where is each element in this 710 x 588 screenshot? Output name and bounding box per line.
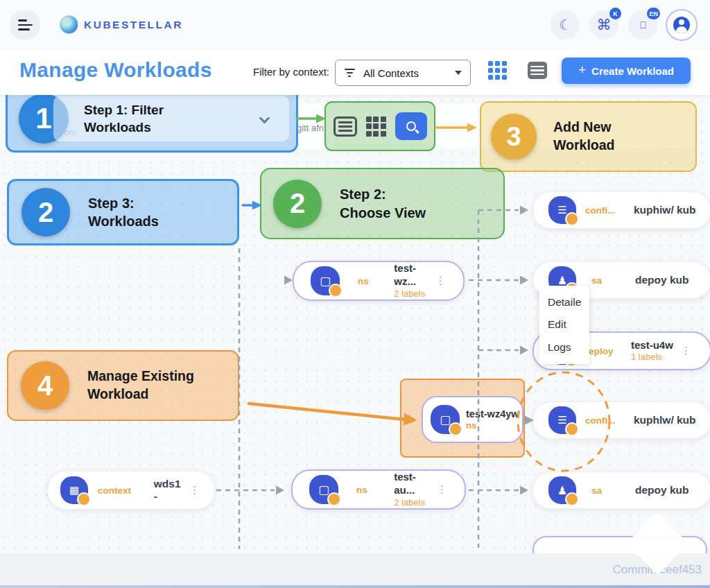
context-filter-dropdown[interactable]: All Contexts xyxy=(335,60,471,86)
card-kind-label: sa xyxy=(591,275,625,286)
card-value: depoy kub xyxy=(635,274,689,286)
hamburger-menu-icon[interactable] xyxy=(10,10,40,40)
command-palette-button[interactable]: K xyxy=(589,10,618,40)
view-toolbar-callout xyxy=(324,101,435,151)
user-account-button[interactable] xyxy=(666,9,698,41)
translate-icon xyxy=(639,19,646,31)
card-value: depoy kub xyxy=(635,484,689,496)
kebab-menu-icon[interactable] xyxy=(187,484,203,496)
workload-card-highlighted[interactable]: test-wz4yw ns xyxy=(422,396,523,443)
card-labels: 2 labels xyxy=(394,497,425,508)
app-window: KUBESTELLAR K EN Manage Workloads Filter… xyxy=(0,0,710,588)
card-value: wds1 - xyxy=(154,478,187,503)
moon-icon xyxy=(559,17,571,33)
namespace-icon xyxy=(311,266,340,295)
globe-icon xyxy=(60,15,78,34)
workload-card-namespace[interactable]: ns test-au... 2 labels xyxy=(291,469,466,510)
step-workloads-badge: 2 xyxy=(21,188,70,236)
search-button[interactable] xyxy=(395,112,427,140)
bottom-edge-strip xyxy=(0,585,710,588)
step4-label: Manage ExistingWorkload xyxy=(87,368,194,403)
step4-badge: 4 xyxy=(21,361,69,410)
step4-callout: 4 Manage ExistingWorkload xyxy=(7,350,239,421)
card-value: kuphlw/ kub xyxy=(634,414,696,426)
namespace-icon xyxy=(309,475,338,504)
card-kind-label: context xyxy=(98,485,139,496)
top-navigation-bar: KUBESTELLAR K EN xyxy=(0,0,710,50)
magnifier-icon xyxy=(406,121,416,131)
step-workloads-label: Step 3:Workloads xyxy=(88,194,159,231)
workload-card-namespace[interactable]: ns test-wz... 2 labels xyxy=(293,261,465,301)
card-labels: 2 labels xyxy=(394,288,425,300)
create-workload-label: Create Workload xyxy=(591,65,674,77)
card-context-menu: Detaile Edit Logs xyxy=(539,286,589,364)
serviceaccount-icon xyxy=(548,476,576,504)
card-name: test-au... xyxy=(394,471,434,497)
step-workloads-callout: 2 Step 3:Workloads xyxy=(7,179,239,245)
kubestellar-logo: KUBESTELLAR xyxy=(60,15,183,34)
step3-callout: 3 Add NewWorkload xyxy=(480,101,697,172)
filter-by-context-label: Filter by context: xyxy=(253,66,329,78)
user-avatar-icon xyxy=(673,17,690,33)
card-kind-label: confi... xyxy=(585,205,625,216)
workload-card-context[interactable]: context wds1 - xyxy=(47,471,215,510)
card-kind-label: sa xyxy=(591,485,625,496)
grid-view-icon[interactable] xyxy=(366,116,386,137)
card-labels: 1 labels xyxy=(631,352,662,363)
menu-item-edit[interactable]: Edit xyxy=(548,318,589,331)
menu-item-logs[interactable]: Logs xyxy=(548,341,589,354)
background-text-right: gitt afn: xyxy=(297,123,327,133)
kebab-menu-icon[interactable] xyxy=(434,483,451,496)
card-kind-label: ns xyxy=(466,420,476,431)
context-icon xyxy=(60,476,88,504)
context-filter-value: All Contexts xyxy=(363,67,419,79)
card-name: test-wz4yw xyxy=(466,408,519,420)
list-view-icon[interactable] xyxy=(334,116,357,137)
step2-badge: 2 xyxy=(273,180,322,228)
workload-canvas: ber gitt afn: 1 Step 1: FilterWorkloads … xyxy=(0,95,710,553)
menu-item-details[interactable]: Detaile xyxy=(548,296,589,309)
card-kind-label: ns xyxy=(358,276,376,286)
shortcut-badge: K xyxy=(609,8,621,19)
grid-view-button[interactable] xyxy=(488,61,507,80)
list-view-button[interactable] xyxy=(528,62,547,79)
create-workload-button[interactable]: + Create Workload xyxy=(562,58,691,84)
step1-label: Step 1: FilterWorkloads xyxy=(84,101,164,136)
logo-text: KUBESTELLAR xyxy=(84,19,183,31)
configmap-icon xyxy=(548,406,576,434)
kebab-menu-icon[interactable] xyxy=(433,275,449,287)
namespace-icon xyxy=(431,405,460,434)
step2-label: Step 2:Choose View xyxy=(340,185,426,222)
page-title: Manage Workloads xyxy=(19,58,212,82)
dropdown-caret-icon xyxy=(455,71,462,75)
card-value: kuphiw/ kub xyxy=(634,204,696,216)
commit-hash: Commit: ceef453 xyxy=(613,563,702,577)
step3-badge: 3 xyxy=(491,114,537,159)
card-name: test-wz... xyxy=(394,262,433,288)
configmap-icon xyxy=(548,196,576,224)
language-badge: EN xyxy=(647,8,660,19)
kebab-menu-icon[interactable] xyxy=(678,345,695,357)
workload-card-configmap[interactable]: confi... kuphlw/ kub xyxy=(532,401,710,439)
footer-bar: Commit: ceef453 xyxy=(0,553,710,588)
workload-card-serviceaccount[interactable]: sa depoy kub xyxy=(532,472,710,509)
step3-label: Add NewWorkload xyxy=(553,119,614,154)
theme-toggle-button[interactable] xyxy=(551,10,580,40)
command-icon xyxy=(597,17,612,33)
filter-funnel-icon xyxy=(344,69,355,77)
step4-highlight-region: test-wz4yw ns xyxy=(400,379,525,458)
step2-callout: 2 Step 2:Choose View xyxy=(260,168,505,239)
card-kind-label: ns xyxy=(356,485,376,495)
workload-card-configmap[interactable]: confi... kuphiw/ kub xyxy=(532,191,710,229)
plus-icon: + xyxy=(578,62,586,78)
language-button[interactable]: EN xyxy=(628,10,657,40)
card-kind-label: confi... xyxy=(585,415,625,426)
card-name: test-u4w xyxy=(631,339,673,352)
